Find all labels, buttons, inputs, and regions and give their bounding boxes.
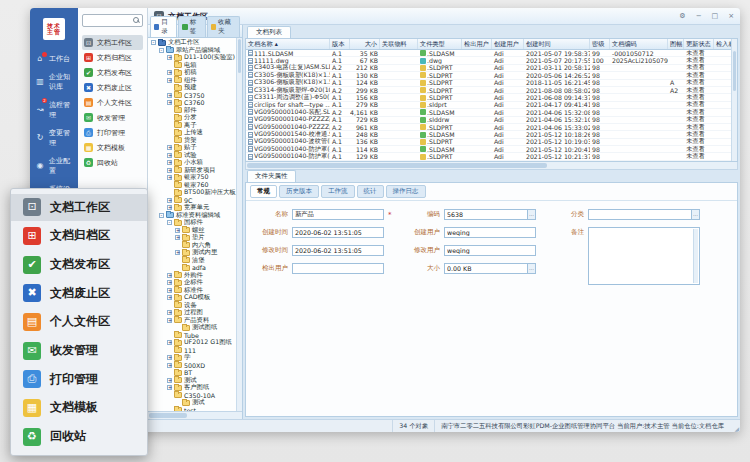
expand-toggle-icon[interactable]: + [167,318,172,323]
expand-toggle-icon[interactable]: + [167,168,172,173]
expand-toggle-icon[interactable]: + [175,250,180,255]
scrollbar-thumb[interactable] [149,413,187,418]
tree-tab[interactable]: 收藏夹 [207,16,240,37]
expand-toggle-icon[interactable]: + [167,340,172,345]
expand-toggle-icon[interactable]: + [167,310,172,315]
tree-node[interactable]: + 客户图纸 [148,384,242,392]
module-menu-item[interactable]: ▦ 文档模板 [82,140,143,155]
window-control-button[interactable]: × [728,11,734,21]
module-menu-item[interactable]: ♻ 回收站 [82,155,143,170]
modifier-field[interactable] [444,245,536,256]
tree-node[interactable]: 测试 [148,399,242,407]
expand-toggle-icon[interactable]: + [167,295,172,300]
expand-toggle-icon[interactable]: + [167,93,172,98]
category-field[interactable] [588,209,692,220]
module-menu-item[interactable]: ✔ 文档发布区 [82,65,143,80]
sidebar-nav-item[interactable]: ⌂ 工作台 [30,50,78,68]
window-control-button[interactable]: □ [712,11,719,21]
table-horizontal-scrollbar[interactable] [245,162,738,170]
popup-menu-item[interactable]: ♻ 回收站 [11,423,147,450]
popup-menu-item[interactable]: ⎙ 打印管理 [11,366,147,393]
expand-toggle-icon[interactable]: - [159,213,164,218]
column-header[interactable]: 文档编码 [610,39,668,49]
sidebar-nav-item[interactable]: ↝ 流程管理 2 [30,96,78,124]
expand-toggle-icon[interactable]: - [159,48,164,53]
properties-panel-tab[interactable]: 文件夹属性 [247,170,296,182]
modified-field[interactable] [292,245,384,256]
window-control-button[interactable]: − [696,11,702,21]
expand-toggle-icon[interactable]: - [167,220,172,225]
properties-tab[interactable]: 操作日志 [386,185,426,198]
expand-toggle-icon[interactable]: + [167,198,172,203]
expand-toggle-icon[interactable]: + [167,280,172,285]
resize-grip[interactable] [730,420,740,432]
code-picker-button[interactable]: … [527,209,536,220]
checkout-user-field[interactable] [292,263,384,274]
expand-toggle-icon[interactable]: + [175,228,180,233]
file-list-tab[interactable]: 文档列表 [247,26,291,38]
tree-node[interactable]: + UF2012 G1图纸 [148,339,242,347]
module-menu-item[interactable]: ▤ 个人文件区 [82,95,143,110]
column-header[interactable]: 版本 [330,39,350,49]
expand-toggle-icon[interactable]: + [167,100,172,105]
search-icon[interactable] [133,17,139,23]
module-menu-item[interactable]: ✉ 收发管理 [82,110,143,125]
column-header[interactable]: 创建用户 [492,39,524,49]
expand-toggle-icon[interactable]: + [167,273,172,278]
expand-toggle-icon[interactable]: - [151,40,156,45]
module-menu-item[interactable]: ⊡ 文档工作区 [82,35,143,50]
note-field[interactable] [588,227,700,285]
column-header[interactable]: 检出用户 [462,39,492,49]
tree-node[interactable]: BT500新冲压大板 6 图纸 [148,189,242,197]
properties-tab[interactable]: 统计 [357,185,384,198]
scrollbar-thumb[interactable] [733,51,736,91]
expand-toggle-icon[interactable]: + [167,153,172,158]
expand-toggle-icon[interactable]: + [167,355,172,360]
column-header[interactable]: 文件类型 [418,39,462,49]
tree-node[interactable]: 测试图纸 [148,324,242,332]
expand-toggle-icon[interactable]: + [175,235,180,240]
sidebar-nav-item[interactable]: ▥ 企业知识库 [30,68,78,96]
scrollbar-thumb[interactable] [247,163,547,168]
popup-menu-item[interactable]: ✔ 文档发布区 [11,251,147,278]
column-header[interactable]: 图幅 [668,39,684,49]
window-control-button[interactable]: ⚙ [679,11,685,21]
menu-search-input[interactable] [82,14,143,27]
popup-menu-item[interactable]: ✖ 文档废止区 [11,280,147,307]
tree-vertical-scrollbar[interactable] [236,38,242,411]
sidebar-nav-item[interactable]: ◉ 企业配置 [30,152,78,180]
tree-node[interactable]: 111 [148,347,242,355]
module-menu-item[interactable]: ⎙ 打印管理 [82,125,143,140]
tree-node[interactable]: 预建 [148,84,242,92]
creator-field[interactable] [444,227,536,238]
name-field[interactable] [292,209,384,220]
size-field[interactable] [444,263,528,274]
column-header[interactable]: 创建时间 [524,39,590,49]
tree-tab[interactable]: 标签 [178,16,205,37]
column-header[interactable]: 大小 [350,39,380,49]
expand-toggle-icon[interactable]: + [167,363,172,368]
popup-menu-item[interactable]: ✉ 收发管理 [11,337,147,364]
expand-toggle-icon[interactable]: + [167,288,172,293]
created-field[interactable] [292,227,384,238]
popup-menu-item[interactable]: ▤ 个人文件区 [11,308,147,335]
expand-toggle-icon[interactable]: + [167,55,172,60]
expand-toggle-icon[interactable]: + [167,160,172,165]
properties-tab[interactable]: 常规 [250,185,277,198]
popup-menu-item[interactable]: ▦ 文档模板 [11,394,147,421]
expand-toggle-icon[interactable]: + [167,78,172,83]
file-row[interactable]: VG09500001040-防护罩(#90...A.1129 KB.SLDPRT… [246,153,737,160]
tree-node[interactable]: + 500XD [148,362,242,370]
code-field[interactable] [444,209,528,220]
expand-toggle-icon[interactable]: + [167,385,172,390]
expand-toggle-icon[interactable]: + [167,205,172,210]
column-header[interactable]: 关联物料 [380,39,418,49]
sidebar-nav-item[interactable]: ↻ 变更管理 [30,124,78,152]
expand-toggle-icon[interactable]: + [167,378,172,383]
table-vertical-scrollbar[interactable] [731,39,737,161]
expand-toggle-icon[interactable]: + [167,145,172,150]
tree-node[interactable]: + C3750 [148,92,242,100]
expand-toggle-icon[interactable]: + [167,175,172,180]
size-unit-button[interactable]: … [527,263,536,274]
column-header[interactable]: 更新状态 [684,39,714,49]
